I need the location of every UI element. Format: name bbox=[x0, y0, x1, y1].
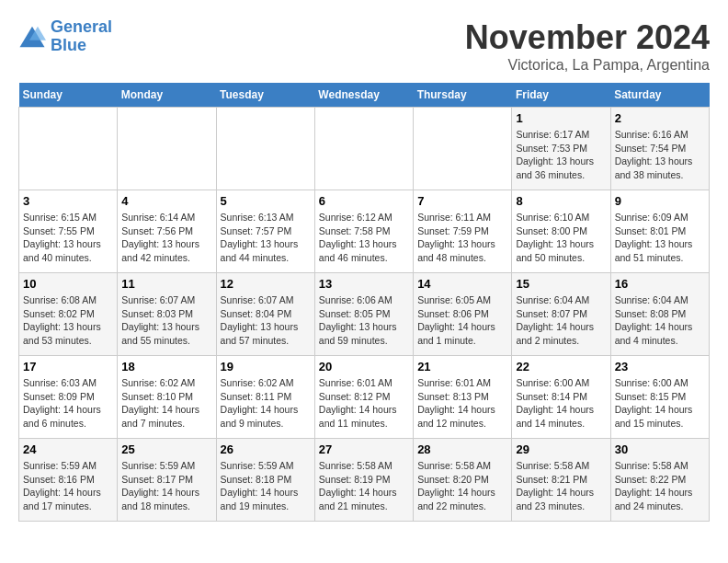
calendar-week-row: 3Sunrise: 6:15 AM Sunset: 7:55 PM Daylig… bbox=[19, 190, 710, 273]
calendar-cell bbox=[216, 108, 314, 190]
day-number: 3 bbox=[23, 194, 113, 208]
calendar-cell: 7Sunrise: 6:11 AM Sunset: 7:59 PM Daylig… bbox=[414, 190, 512, 273]
calendar-cell: 30Sunrise: 5:58 AM Sunset: 8:22 PM Dayli… bbox=[610, 439, 709, 522]
day-info: Sunrise: 5:59 AM Sunset: 8:18 PM Dayligh… bbox=[221, 459, 311, 513]
calendar-cell: 21Sunrise: 6:01 AM Sunset: 8:13 PM Dayli… bbox=[414, 356, 512, 439]
day-number: 22 bbox=[516, 360, 606, 373]
day-number: 24 bbox=[23, 442, 113, 456]
day-number: 20 bbox=[319, 360, 409, 373]
calendar-week-row: 17Sunrise: 6:03 AM Sunset: 8:09 PM Dayli… bbox=[19, 356, 710, 439]
day-number: 11 bbox=[121, 277, 211, 291]
calendar-cell: 14Sunrise: 6:05 AM Sunset: 8:06 PM Dayli… bbox=[414, 273, 512, 356]
calendar-cell: 19Sunrise: 6:02 AM Sunset: 8:11 PM Dayli… bbox=[216, 356, 314, 439]
calendar-week-row: 10Sunrise: 6:08 AM Sunset: 8:02 PM Dayli… bbox=[19, 273, 710, 356]
weekday-header: Tuesday bbox=[216, 83, 314, 108]
day-number: 17 bbox=[23, 360, 113, 373]
logo: General Blue bbox=[18, 18, 112, 55]
calendar-cell: 6Sunrise: 6:12 AM Sunset: 7:58 PM Daylig… bbox=[314, 190, 413, 273]
day-info: Sunrise: 6:03 AM Sunset: 8:09 PM Dayligh… bbox=[23, 376, 113, 431]
calendar-cell: 16Sunrise: 6:04 AM Sunset: 8:08 PM Dayli… bbox=[610, 273, 709, 356]
calendar-cell: 3Sunrise: 6:15 AM Sunset: 7:55 PM Daylig… bbox=[19, 190, 118, 273]
weekday-header: Saturday bbox=[610, 83, 709, 108]
calendar-cell bbox=[414, 108, 512, 190]
calendar-cell: 4Sunrise: 6:14 AM Sunset: 7:56 PM Daylig… bbox=[118, 190, 216, 273]
day-number: 25 bbox=[121, 442, 211, 456]
day-info: Sunrise: 6:04 AM Sunset: 8:08 PM Dayligh… bbox=[615, 293, 705, 348]
day-number: 19 bbox=[221, 360, 311, 373]
day-info: Sunrise: 5:58 AM Sunset: 8:20 PM Dayligh… bbox=[417, 459, 507, 513]
weekday-header: Thursday bbox=[414, 83, 512, 108]
calendar-cell: 8Sunrise: 6:10 AM Sunset: 8:00 PM Daylig… bbox=[512, 190, 610, 273]
day-number: 8 bbox=[516, 194, 606, 208]
day-info: Sunrise: 6:15 AM Sunset: 7:55 PM Dayligh… bbox=[23, 211, 113, 265]
location-subtitle: Victorica, La Pampa, Argentina bbox=[465, 57, 710, 74]
day-info: Sunrise: 5:58 AM Sunset: 8:22 PM Dayligh… bbox=[615, 459, 705, 513]
calendar-cell: 2Sunrise: 6:16 AM Sunset: 7:54 PM Daylig… bbox=[610, 108, 709, 190]
calendar-cell: 28Sunrise: 5:58 AM Sunset: 8:20 PM Dayli… bbox=[414, 439, 512, 522]
day-number: 28 bbox=[417, 442, 507, 456]
calendar-cell: 17Sunrise: 6:03 AM Sunset: 8:09 PM Dayli… bbox=[19, 356, 118, 439]
calendar-cell: 11Sunrise: 6:07 AM Sunset: 8:03 PM Dayli… bbox=[118, 273, 216, 356]
weekday-header: Friday bbox=[512, 83, 610, 108]
day-info: Sunrise: 6:00 AM Sunset: 8:15 PM Dayligh… bbox=[615, 376, 705, 431]
day-number: 7 bbox=[417, 194, 507, 208]
title-block: November 2024 Victorica, La Pampa, Argen… bbox=[465, 18, 710, 74]
day-info: Sunrise: 6:17 AM Sunset: 7:53 PM Dayligh… bbox=[516, 128, 606, 182]
day-number: 18 bbox=[121, 360, 211, 373]
calendar-table: SundayMondayTuesdayWednesdayThursdayFrid… bbox=[18, 83, 710, 522]
day-number: 13 bbox=[319, 277, 409, 291]
day-number: 30 bbox=[615, 442, 705, 456]
month-title: November 2024 bbox=[465, 18, 710, 57]
calendar-cell: 29Sunrise: 5:58 AM Sunset: 8:21 PM Dayli… bbox=[512, 439, 610, 522]
day-number: 10 bbox=[23, 277, 113, 291]
day-info: Sunrise: 5:59 AM Sunset: 8:16 PM Dayligh… bbox=[23, 459, 113, 513]
day-info: Sunrise: 6:10 AM Sunset: 8:00 PM Dayligh… bbox=[516, 211, 606, 265]
day-number: 29 bbox=[516, 442, 606, 456]
day-info: Sunrise: 6:12 AM Sunset: 7:58 PM Dayligh… bbox=[319, 211, 409, 265]
logo-text: General Blue bbox=[51, 18, 112, 55]
calendar-week-row: 1Sunrise: 6:17 AM Sunset: 7:53 PM Daylig… bbox=[19, 108, 710, 190]
day-number: 16 bbox=[615, 277, 705, 291]
logo-line2: Blue bbox=[51, 36, 86, 54]
calendar-cell: 20Sunrise: 6:01 AM Sunset: 8:12 PM Dayli… bbox=[314, 356, 413, 439]
calendar-cell: 15Sunrise: 6:04 AM Sunset: 8:07 PM Dayli… bbox=[512, 273, 610, 356]
calendar-cell bbox=[118, 108, 216, 190]
day-number: 15 bbox=[516, 277, 606, 291]
day-info: Sunrise: 6:16 AM Sunset: 7:54 PM Dayligh… bbox=[615, 128, 705, 182]
day-info: Sunrise: 6:02 AM Sunset: 8:10 PM Dayligh… bbox=[121, 376, 211, 431]
calendar-cell: 22Sunrise: 6:00 AM Sunset: 8:14 PM Dayli… bbox=[512, 356, 610, 439]
day-number: 23 bbox=[615, 360, 705, 373]
day-info: Sunrise: 6:02 AM Sunset: 8:11 PM Dayligh… bbox=[221, 376, 311, 431]
calendar-cell: 5Sunrise: 6:13 AM Sunset: 7:57 PM Daylig… bbox=[216, 190, 314, 273]
day-number: 5 bbox=[221, 194, 311, 208]
calendar-cell: 27Sunrise: 5:58 AM Sunset: 8:19 PM Dayli… bbox=[314, 439, 413, 522]
calendar-cell: 12Sunrise: 6:07 AM Sunset: 8:04 PM Dayli… bbox=[216, 273, 314, 356]
day-info: Sunrise: 6:06 AM Sunset: 8:05 PM Dayligh… bbox=[319, 293, 409, 348]
day-info: Sunrise: 6:07 AM Sunset: 8:04 PM Dayligh… bbox=[221, 293, 311, 348]
calendar-cell: 9Sunrise: 6:09 AM Sunset: 8:01 PM Daylig… bbox=[610, 190, 709, 273]
day-info: Sunrise: 6:00 AM Sunset: 8:14 PM Dayligh… bbox=[516, 376, 606, 431]
calendar-cell bbox=[19, 108, 118, 190]
day-info: Sunrise: 6:04 AM Sunset: 8:07 PM Dayligh… bbox=[516, 293, 606, 348]
day-info: Sunrise: 6:11 AM Sunset: 7:59 PM Dayligh… bbox=[417, 211, 507, 265]
day-number: 27 bbox=[319, 442, 409, 456]
calendar-cell: 18Sunrise: 6:02 AM Sunset: 8:10 PM Dayli… bbox=[118, 356, 216, 439]
calendar-cell: 25Sunrise: 5:59 AM Sunset: 8:17 PM Dayli… bbox=[118, 439, 216, 522]
weekday-header: Sunday bbox=[19, 83, 118, 108]
calendar-week-row: 24Sunrise: 5:59 AM Sunset: 8:16 PM Dayli… bbox=[19, 439, 710, 522]
day-info: Sunrise: 5:59 AM Sunset: 8:17 PM Dayligh… bbox=[121, 459, 211, 513]
calendar-cell bbox=[314, 108, 413, 190]
calendar-cell: 23Sunrise: 6:00 AM Sunset: 8:15 PM Dayli… bbox=[610, 356, 709, 439]
day-info: Sunrise: 5:58 AM Sunset: 8:21 PM Dayligh… bbox=[516, 459, 606, 513]
day-number: 14 bbox=[417, 277, 507, 291]
day-number: 4 bbox=[121, 194, 211, 208]
day-info: Sunrise: 6:13 AM Sunset: 7:57 PM Dayligh… bbox=[221, 211, 311, 265]
day-number: 21 bbox=[417, 360, 507, 373]
weekday-header: Wednesday bbox=[314, 83, 413, 108]
logo-line1: General bbox=[51, 17, 112, 36]
weekday-header-row: SundayMondayTuesdayWednesdayThursdayFrid… bbox=[19, 83, 710, 108]
calendar-cell: 24Sunrise: 5:59 AM Sunset: 8:16 PM Dayli… bbox=[19, 439, 118, 522]
day-number: 26 bbox=[221, 442, 311, 456]
calendar-cell: 10Sunrise: 6:08 AM Sunset: 8:02 PM Dayli… bbox=[19, 273, 118, 356]
day-number: 2 bbox=[615, 111, 705, 125]
